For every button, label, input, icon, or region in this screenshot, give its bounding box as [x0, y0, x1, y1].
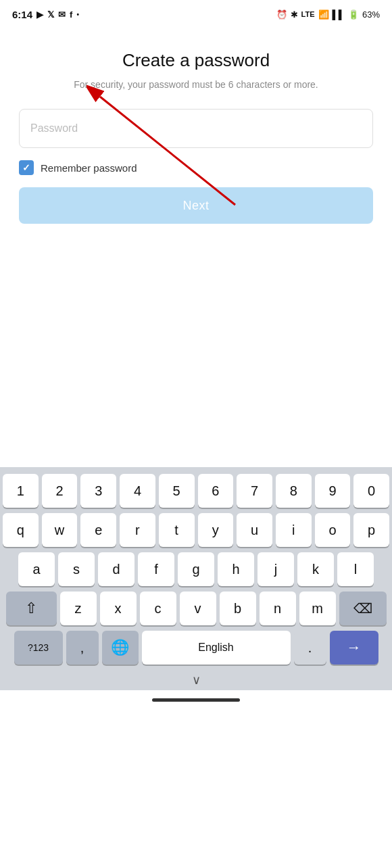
key-1[interactable]: 1 — [3, 474, 39, 508]
alarm-icon: ⏰ — [276, 9, 287, 20]
key-0[interactable]: 0 — [353, 474, 389, 508]
home-bar — [0, 690, 392, 709]
bluetooth-icon: ✱ — [291, 9, 298, 20]
key-s[interactable]: s — [58, 552, 95, 586]
key-z[interactable]: z — [60, 592, 97, 625]
time-display: 6:14 — [12, 9, 32, 20]
key-v[interactable]: v — [180, 592, 216, 625]
password-input[interactable] — [19, 109, 373, 148]
key-q[interactable]: q — [3, 513, 39, 547]
keyboard-row-bottom: ?123 , 🌐 English . → — [3, 631, 389, 665]
key-7[interactable]: 7 — [237, 474, 272, 508]
key-4[interactable]: 4 — [120, 474, 155, 508]
key-r[interactable]: r — [120, 513, 155, 547]
key-u[interactable]: u — [237, 513, 272, 547]
password-input-wrapper — [19, 109, 373, 148]
key-i[interactable]: i — [276, 513, 312, 547]
page-title: Create a password — [19, 50, 373, 71]
key-g[interactable]: g — [178, 552, 214, 586]
key-5[interactable]: 5 — [159, 474, 195, 508]
remember-password-checkbox[interactable] — [19, 160, 34, 175]
dot-icon: • — [76, 11, 79, 18]
youtube-icon: ▶ — [36, 9, 43, 20]
key-a[interactable]: a — [18, 552, 55, 586]
key-d[interactable]: d — [98, 552, 134, 586]
key-t[interactable]: t — [159, 513, 195, 547]
status-right: ⏰ ✱ LTE 📶 ▌▌ 🔋 63% — [276, 9, 380, 20]
key-3[interactable]: 3 — [80, 474, 116, 508]
globe-key[interactable]: 🌐 — [102, 631, 139, 665]
battery-icon: 🔋 — [348, 9, 359, 20]
status-left: 6:14 ▶ 𝕏 ✉ f • — [12, 9, 79, 20]
page-subtitle: For security, your password must be 6 ch… — [19, 79, 373, 90]
wifi-icon: 📶 — [318, 9, 329, 20]
period-key[interactable]: . — [294, 631, 326, 665]
key-x[interactable]: x — [100, 592, 137, 625]
key-e[interactable]: e — [80, 513, 116, 547]
signal-icon: ▌▌ — [333, 9, 345, 20]
facebook-icon: f — [70, 9, 72, 20]
key-2[interactable]: 2 — [42, 474, 78, 508]
space-key[interactable]: English — [142, 631, 291, 665]
key-p[interactable]: p — [353, 513, 389, 547]
keyboard-footer: ∨ — [3, 669, 389, 690]
key-y[interactable]: y — [198, 513, 234, 547]
key-o[interactable]: o — [315, 513, 351, 547]
keyboard-row-q: q w e r t y u i o p — [3, 513, 389, 547]
twitter-icon: 𝕏 — [47, 9, 54, 20]
remember-password-row[interactable]: Remember password — [19, 160, 373, 175]
collapse-keyboard-button[interactable]: ∨ — [178, 671, 214, 689]
status-bar: 6:14 ▶ 𝕏 ✉ f • ⏰ ✱ LTE 📶 ▌▌ 🔋 63% — [0, 0, 392, 26]
backspace-key[interactable]: ⌫ — [339, 592, 387, 625]
key-j[interactable]: j — [258, 552, 294, 586]
comma-key[interactable]: , — [66, 631, 99, 665]
home-indicator — [152, 698, 240, 702]
main-content: Create a password For security, your pas… — [0, 26, 392, 237]
key-m[interactable]: m — [299, 592, 336, 625]
next-button[interactable]: Next — [19, 187, 373, 224]
key-9[interactable]: 9 — [315, 474, 351, 508]
key-k[interactable]: k — [297, 552, 334, 586]
key-8[interactable]: 8 — [276, 474, 312, 508]
battery-percent: 63% — [362, 9, 380, 20]
key-f[interactable]: f — [138, 552, 174, 586]
messaging-icon: ✉ — [58, 9, 66, 20]
remember-password-label: Remember password — [41, 162, 137, 174]
key-h[interactable]: h — [218, 552, 254, 586]
keyboard[interactable]: 1 2 3 4 5 6 7 8 9 0 q w e r t y u i o p … — [0, 467, 392, 690]
key-w[interactable]: w — [42, 513, 78, 547]
key-b[interactable]: b — [220, 592, 256, 625]
key-n[interactable]: n — [260, 592, 296, 625]
shift-key[interactable]: ⇧ — [6, 592, 57, 625]
symbols-key[interactable]: ?123 — [14, 631, 63, 665]
keyboard-row-z: ⇧ z x c v b n m ⌫ — [3, 592, 389, 625]
key-6[interactable]: 6 — [198, 474, 234, 508]
enter-key[interactable]: → — [330, 631, 378, 665]
keyboard-row-a: a s d f g h j k l — [3, 552, 389, 586]
key-c[interactable]: c — [140, 592, 176, 625]
lte-icon: LTE — [301, 10, 315, 18]
key-l[interactable]: l — [337, 552, 374, 586]
content-spacer — [0, 237, 392, 467]
keyboard-row-numbers: 1 2 3 4 5 6 7 8 9 0 — [3, 474, 389, 508]
